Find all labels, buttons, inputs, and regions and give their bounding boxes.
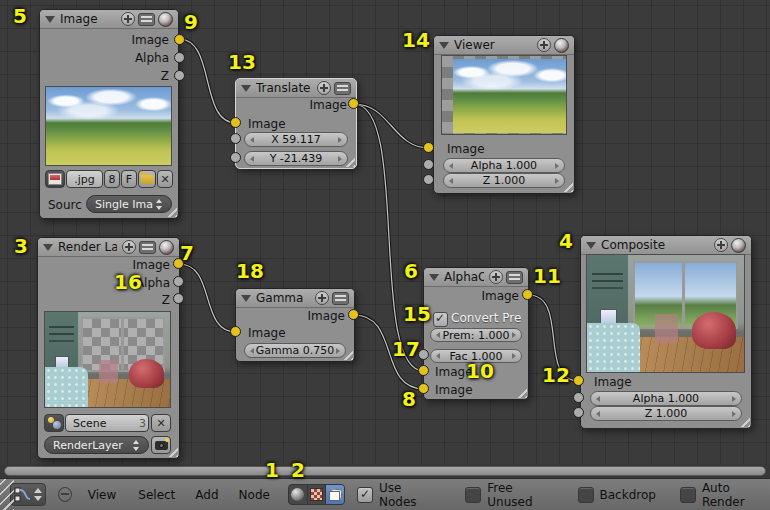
node-alpha-over-header[interactable]: AlphaOve bbox=[424, 268, 528, 287]
collapse-icon[interactable] bbox=[45, 16, 55, 23]
node-render-layers-header[interactable]: Render Layers bbox=[38, 238, 179, 257]
preview-sphere-icon[interactable] bbox=[731, 238, 746, 253]
node-gamma-header[interactable]: Gamma bbox=[236, 289, 354, 308]
viewer-alpha-slider[interactable]: Alpha 1.000 bbox=[443, 158, 565, 173]
socket-render-layers-out-alpha[interactable] bbox=[173, 276, 184, 287]
pin-icon[interactable] bbox=[58, 487, 72, 502]
horizontal-scrollbar[interactable] bbox=[0, 464, 770, 478]
auto-render-option[interactable]: Auto Render bbox=[680, 481, 770, 509]
socket-gamma-out-image[interactable] bbox=[348, 309, 359, 320]
socket-viewer-in-alpha[interactable] bbox=[423, 159, 434, 170]
socket-alpha-over-in-fac[interactable] bbox=[418, 349, 429, 360]
options-icon[interactable] bbox=[506, 271, 523, 284]
preview-sphere-icon[interactable] bbox=[159, 240, 174, 255]
area-resize-grip[interactable] bbox=[0, 479, 14, 510]
socket-render-layers-out-z[interactable] bbox=[173, 293, 184, 304]
socket-alpha-over-in-image1[interactable] bbox=[418, 365, 429, 376]
fac-slider[interactable]: Fac 1.000 bbox=[430, 349, 522, 363]
node-resize-grip[interactable] bbox=[514, 385, 527, 398]
use-nodes-checkbox[interactable] bbox=[357, 487, 373, 503]
node-image[interactable]: Image Image Alpha Z .jpg 8 F ✕ Sourc Sin… bbox=[39, 9, 179, 219]
texture-nodes-button[interactable] bbox=[308, 485, 327, 504]
composite-alpha-slider[interactable]: Alpha 1.000 bbox=[590, 391, 742, 406]
socket-image-out-alpha[interactable] bbox=[174, 52, 185, 63]
open-image-button[interactable] bbox=[138, 170, 156, 188]
plus-icon[interactable] bbox=[537, 38, 551, 52]
plus-icon[interactable] bbox=[317, 81, 331, 95]
translate-x-slider[interactable]: X 59.117 bbox=[244, 132, 348, 147]
node-gamma[interactable]: Gamma Image Image Gamma 0.750 bbox=[235, 288, 355, 362]
node-editor-canvas[interactable]: Image Image Alpha Z .jpg 8 F ✕ Sourc Sin… bbox=[0, 0, 770, 464]
collapse-icon[interactable] bbox=[241, 295, 251, 302]
free-unused-checkbox[interactable] bbox=[465, 487, 481, 503]
plus-icon[interactable] bbox=[714, 238, 728, 252]
material-nodes-button[interactable] bbox=[289, 485, 308, 504]
options-icon[interactable] bbox=[138, 13, 155, 26]
node-composite-header[interactable]: Composite bbox=[581, 236, 751, 255]
render-button[interactable] bbox=[151, 436, 171, 454]
plus-icon[interactable] bbox=[122, 240, 136, 254]
node-translate[interactable]: Translate Image Image X 59.117 Y -21.439 bbox=[235, 78, 357, 169]
socket-translate-out-image[interactable] bbox=[348, 98, 359, 109]
viewer-z-slider[interactable]: Z 1.000 bbox=[443, 173, 565, 188]
node-viewer-header[interactable]: Viewer bbox=[434, 36, 574, 55]
free-unused-option[interactable]: Free Unused bbox=[465, 481, 555, 509]
node-translate-header[interactable]: Translate bbox=[236, 79, 356, 98]
premul-slider[interactable]: Prem: 1.000 bbox=[430, 328, 522, 342]
preview-sphere-icon[interactable] bbox=[554, 38, 569, 53]
options-icon[interactable] bbox=[139, 241, 156, 254]
plus-icon[interactable] bbox=[489, 270, 503, 284]
use-nodes-option[interactable]: Use Nodes bbox=[357, 481, 437, 509]
node-viewer[interactable]: Viewer Image Alpha 1.000 Z 1.000 bbox=[433, 35, 575, 194]
socket-alpha-over-out-image[interactable] bbox=[522, 289, 533, 300]
menu-node[interactable]: Node bbox=[235, 488, 274, 502]
backdrop-checkbox[interactable] bbox=[578, 487, 594, 503]
image-datablock-button[interactable] bbox=[45, 170, 65, 188]
plus-icon[interactable] bbox=[315, 291, 329, 305]
convert-premul-checkbox[interactable] bbox=[433, 312, 448, 327]
node-alpha-over[interactable]: AlphaOve Image Convert Pre Prem: 1.000 F… bbox=[423, 267, 529, 400]
node-render-layers[interactable]: Render Layers Image Alpha Z Scene 3 ✕ Re… bbox=[37, 237, 180, 459]
unlink-image-button[interactable]: ✕ bbox=[157, 170, 173, 188]
menu-view[interactable]: View bbox=[84, 488, 120, 502]
socket-alpha-over-in-image2[interactable] bbox=[418, 383, 429, 394]
socket-translate-in-y[interactable] bbox=[230, 152, 241, 163]
collapse-icon[interactable] bbox=[586, 242, 596, 249]
menu-select[interactable]: Select bbox=[134, 488, 179, 502]
socket-image-out-image[interactable] bbox=[174, 34, 185, 45]
editor-type-button[interactable] bbox=[10, 483, 46, 506]
render-layer-dropdown[interactable]: RenderLayer bbox=[44, 436, 149, 454]
source-dropdown[interactable]: Single Ima bbox=[86, 195, 172, 213]
socket-composite-in-alpha[interactable] bbox=[573, 392, 584, 403]
auto-render-checkbox[interactable] bbox=[680, 487, 696, 503]
horizontal-scrollbar-thumb[interactable] bbox=[4, 466, 766, 476]
preview-sphere-icon[interactable] bbox=[158, 12, 173, 27]
options-icon[interactable] bbox=[332, 292, 349, 305]
node-composite[interactable]: Composite Image Alpha 1.000 Z 1.000 bbox=[580, 235, 752, 429]
collapse-icon[interactable] bbox=[439, 42, 449, 49]
socket-viewer-in-z[interactable] bbox=[423, 174, 434, 185]
translate-y-slider[interactable]: Y -21.439 bbox=[244, 151, 348, 166]
socket-image-out-z[interactable] bbox=[174, 70, 185, 81]
fake-user-button[interactable]: F bbox=[121, 170, 137, 188]
collapse-icon[interactable] bbox=[43, 244, 53, 251]
socket-gamma-in-image[interactable] bbox=[230, 326, 241, 337]
socket-viewer-in-image[interactable] bbox=[423, 142, 434, 153]
menu-add[interactable]: Add bbox=[191, 488, 222, 502]
gamma-value-slider[interactable]: Gamma 0.750 bbox=[244, 343, 346, 358]
image-name-field[interactable]: .jpg bbox=[66, 170, 103, 188]
socket-composite-in-z[interactable] bbox=[573, 407, 584, 418]
socket-composite-in-image[interactable] bbox=[573, 375, 584, 386]
socket-render-layers-out-image[interactable] bbox=[173, 258, 184, 269]
collapse-icon[interactable] bbox=[429, 274, 439, 281]
node-image-header[interactable]: Image bbox=[40, 10, 178, 29]
unlink-scene-button[interactable]: ✕ bbox=[151, 414, 171, 432]
plus-icon[interactable] bbox=[121, 12, 135, 26]
socket-translate-in-x[interactable] bbox=[230, 133, 241, 144]
backdrop-option[interactable]: Backdrop bbox=[578, 487, 656, 503]
compositing-nodes-button[interactable] bbox=[326, 485, 344, 504]
collapse-icon[interactable] bbox=[241, 85, 251, 92]
users-count-button[interactable]: 8 bbox=[104, 170, 120, 188]
scene-name-field[interactable]: Scene 3 bbox=[65, 414, 149, 432]
options-icon[interactable] bbox=[334, 82, 351, 95]
